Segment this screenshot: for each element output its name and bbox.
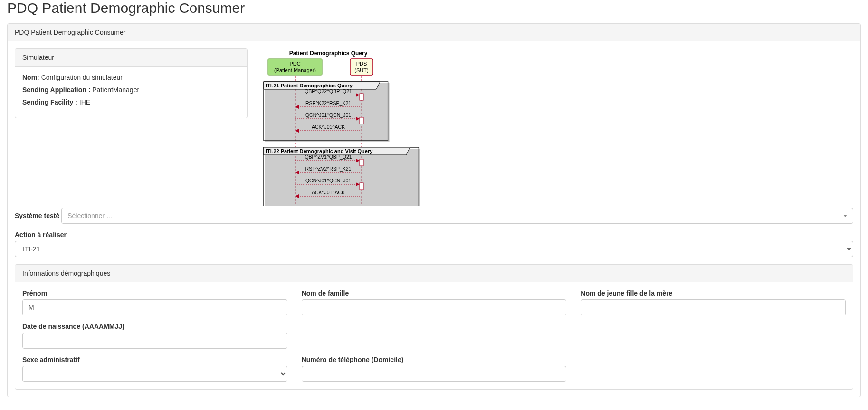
mother-maiden-label: Nom de jeune fille de la mère [581, 289, 846, 297]
simulator-panel: Simulateur Nom: Configuration du simulat… [15, 48, 248, 118]
chevron-down-icon [843, 215, 847, 217]
firstname-label: Prénom [22, 289, 287, 297]
action-select[interactable]: ITI-21 [15, 241, 853, 257]
dob-input[interactable] [22, 333, 287, 349]
svg-text:QBP^Q22^QBP_Q21: QBP^Q22^QBP_Q21 [305, 88, 352, 94]
svg-rect-26 [360, 159, 363, 166]
mother-maiden-input[interactable] [581, 299, 846, 315]
firstname-input[interactable] [22, 299, 287, 315]
svg-text:ACK^J01^ACK: ACK^J01^ACK [312, 190, 345, 195]
system-tested-label: Système testé [15, 212, 59, 219]
sim-sending-fac-value: IHE [79, 98, 90, 106]
system-tested-placeholder: Sélectionner ... [67, 212, 112, 219]
sim-sending-fac-row: Sending Facility : IHE [22, 98, 240, 106]
svg-text:ACK^J01^ACK: ACK^J01^ACK [312, 124, 345, 130]
svg-text:QCN^J01^QCN_J01: QCN^J01^QCN_J01 [305, 112, 351, 118]
svg-text:(Patient Manager): (Patient Manager) [274, 67, 316, 73]
svg-text:Patient Demographics Query: Patient Demographics Query [289, 50, 368, 57]
svg-text:PDS: PDS [356, 61, 367, 67]
lastname-input[interactable] [302, 299, 567, 315]
svg-rect-31 [360, 183, 363, 190]
svg-text:ITI-22 Patient Demographic and: ITI-22 Patient Demographic and Visit Que… [266, 148, 373, 154]
svg-text:QBP^ZV1^QBP_Q21: QBP^ZV1^QBP_Q21 [305, 154, 352, 160]
sim-sending-fac-label: Sending Facility : [22, 98, 77, 106]
svg-text:(SUT): (SUT) [354, 67, 368, 73]
sex-select[interactable] [22, 366, 287, 382]
svg-rect-18 [360, 117, 363, 124]
sim-name-label: Nom: [22, 74, 39, 81]
svg-text:QCN^J01^QCN_J01: QCN^J01^QCN_J01 [305, 178, 351, 183]
phone-input[interactable] [302, 366, 567, 382]
phone-label: Numéro de téléphone (Domicile) [302, 356, 567, 363]
sex-label: Sexe administratif [22, 356, 287, 363]
dob-label: Date de naissance (AAAAMMJJ) [22, 323, 287, 330]
sim-sending-app-row: Sending Application : PatientManager [22, 86, 240, 94]
svg-text:RSP^K22^RSP_K21: RSP^K22^RSP_K21 [305, 100, 351, 106]
demographics-heading: Informations démographiques [15, 265, 853, 282]
sim-sending-app-value: PatientManager [92, 86, 139, 94]
svg-text:RSP^ZV2^RSP_K21: RSP^ZV2^RSP_K21 [305, 166, 352, 172]
page-title: PDQ Patient Demographic Consumer [7, 0, 861, 16]
system-tested-select[interactable]: Sélectionner ... [61, 208, 853, 224]
main-panel-heading: PDQ Patient Demographic Consumer [8, 24, 860, 41]
sim-name-value: Configuration du simulateur [41, 74, 123, 81]
svg-text:PDC: PDC [289, 61, 300, 67]
sequence-diagram: Patient Demographics QueryPDC(Patient Ma… [262, 49, 433, 206]
svg-rect-13 [360, 94, 363, 100]
lastname-label: Nom de famille [302, 289, 567, 297]
sim-sending-app-label: Sending Application : [22, 86, 90, 94]
main-panel: PDQ Patient Demographic Consumer Simulat… [7, 23, 861, 397]
action-label: Action à réaliser [15, 231, 853, 238]
svg-text:ITI-21 Patient Demographics Qu: ITI-21 Patient Demographics Query [266, 83, 353, 88]
sim-name-row: Nom: Configuration du simulateur [22, 74, 240, 81]
demographics-panel: Informations démographiques Prénom Nom d… [15, 264, 853, 390]
simulator-heading: Simulateur [15, 49, 247, 67]
